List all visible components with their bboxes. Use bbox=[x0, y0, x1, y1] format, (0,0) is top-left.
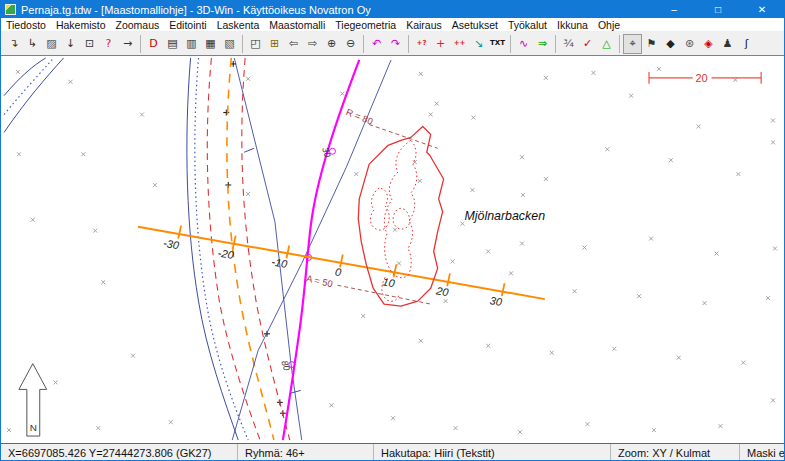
place-label[interactable]: Mjölnarbacken bbox=[464, 209, 545, 223]
maximize-button[interactable]: □ bbox=[696, 1, 740, 18]
perpendicular-tick-upper bbox=[244, 148, 254, 152]
app-window: Pernaja.tg.tdw - [Maastomalliohje] - 3D-… bbox=[0, 0, 785, 461]
hill-contour-dotted-left[interactable] bbox=[370, 188, 389, 230]
person-point-button[interactable]: ♟ bbox=[718, 34, 737, 54]
menu-maastomalli[interactable]: Maastomalli bbox=[264, 19, 330, 31]
status-coordinates: X=6697085.426 Y=27444273.806 (GK27) bbox=[1, 444, 238, 461]
copy-file-icon: ⊡ bbox=[85, 38, 94, 49]
read-file-button[interactable]: ↴ bbox=[4, 34, 23, 54]
zoom-previous-button[interactable]: ⇦ bbox=[284, 34, 303, 54]
scale-bar: 20 bbox=[649, 71, 761, 84]
undo-icon: ↶ bbox=[372, 38, 381, 49]
menu-kairaus[interactable]: Kairaus bbox=[401, 19, 447, 31]
station-tick-10 bbox=[394, 264, 397, 277]
write-file-icon: ↓ bbox=[66, 38, 75, 49]
clothoid-annotation[interactable]: A = 50 bbox=[305, 272, 334, 289]
map-canvas[interactable]: 3080 -30-20-100102030 R = 80 A = 50 Mjöl… bbox=[1, 55, 785, 444]
exit-tool-icon: ⇒ bbox=[538, 38, 547, 49]
window-title: Pernaja.tg.tdw - [Maastomalliohje] - 3D-… bbox=[21, 4, 652, 16]
flag-shield-button[interactable]: ◈ bbox=[699, 34, 718, 54]
menu-bar: TiedostoHakemistoZoomausEditointiLaskent… bbox=[1, 18, 784, 32]
snap-point-icon: ↘ bbox=[474, 38, 483, 49]
menu-ohje[interactable]: Ohje bbox=[593, 19, 625, 31]
chainage-label-30[interactable]: 30 bbox=[320, 146, 333, 159]
station-label--20[interactable]: -20 bbox=[217, 247, 235, 262]
print-icon: ▤ bbox=[167, 38, 177, 49]
circle-2x-icon: ⊛ bbox=[685, 38, 694, 49]
profile-chart-button[interactable]: ∿ bbox=[514, 34, 533, 54]
menu-tiedosto[interactable]: Tiedosto bbox=[1, 19, 51, 31]
cable-tool-button[interactable]: ʃ bbox=[737, 34, 756, 54]
active-format-icon: D bbox=[149, 38, 157, 49]
point-query-button[interactable]: +? bbox=[412, 34, 431, 54]
close-button[interactable]: ✕ bbox=[740, 1, 784, 18]
zoom-window-icon: ⊞ bbox=[270, 38, 279, 49]
active-format-button[interactable]: D bbox=[144, 34, 163, 54]
menu-asetukset[interactable]: Asetukset bbox=[447, 19, 503, 31]
station-label-10[interactable]: 10 bbox=[382, 275, 396, 289]
zoom-in-button[interactable]: ⊕ bbox=[322, 34, 341, 54]
file-info-button[interactable]: ? bbox=[99, 34, 118, 54]
zoom-out-button[interactable]: ⊖ bbox=[341, 34, 360, 54]
undo-button[interactable]: ↶ bbox=[367, 34, 386, 54]
copy-file-button[interactable]: ⊡ bbox=[80, 34, 99, 54]
redo-button[interactable]: ↷ bbox=[386, 34, 405, 54]
zoom-all-icon: ◰ bbox=[250, 38, 260, 49]
zoom-next-button[interactable]: ⇨ bbox=[303, 34, 322, 54]
exit-tool-button[interactable]: ⇒ bbox=[533, 34, 552, 54]
menu-työkalut[interactable]: Työkalut bbox=[503, 19, 552, 31]
check-coords-button[interactable]: ✓ bbox=[578, 34, 597, 54]
menu-tiegeometria[interactable]: Tiegeometria bbox=[330, 19, 401, 31]
add-point-icon: + bbox=[436, 38, 445, 49]
close-file-button[interactable]: → bbox=[118, 34, 137, 54]
station-label--10[interactable]: -10 bbox=[271, 256, 289, 271]
add-point-button[interactable]: + bbox=[431, 34, 450, 54]
save-button[interactable]: ▦ bbox=[201, 34, 220, 54]
toolbar-separator bbox=[239, 35, 246, 53]
survey-tools-button[interactable]: ⌖ bbox=[623, 34, 642, 54]
add-file-button[interactable]: ↳ bbox=[23, 34, 42, 54]
menu-zoomaus[interactable]: Zoomaus bbox=[111, 19, 165, 31]
point-query-icon: +? bbox=[417, 40, 427, 47]
status-mask: Maski ei kä bbox=[740, 444, 784, 461]
hill-contour-dotted-outer[interactable] bbox=[384, 140, 416, 277]
triangle-model-button[interactable]: △ bbox=[597, 34, 616, 54]
browse-files-button[interactable]: ▨ bbox=[42, 34, 61, 54]
print-preview-icon: ▥ bbox=[186, 38, 196, 49]
write-file-button[interactable]: ↓ bbox=[61, 34, 80, 54]
menu-ikkuna[interactable]: Ikkuna bbox=[552, 19, 593, 31]
survey-point-markers bbox=[7, 67, 777, 434]
rock-symbol-button[interactable]: ◆ bbox=[661, 34, 680, 54]
snap-point-button[interactable]: ↘ bbox=[469, 34, 488, 54]
menu-laskenta[interactable]: Laskenta bbox=[212, 19, 265, 31]
status-bar: X=6697085.426 Y=27444273.806 (GK27) Ryhm… bbox=[1, 444, 784, 461]
station-label-20[interactable]: 20 bbox=[434, 284, 449, 298]
read-file-icon: ↴ bbox=[9, 38, 18, 49]
add-file-icon: ↳ bbox=[28, 38, 37, 49]
contour-line-blue-topleft-dotted[interactable] bbox=[4, 58, 54, 115]
circle-2x-button[interactable]: ⊛ bbox=[680, 34, 699, 54]
browse-files-icon: ▨ bbox=[46, 38, 56, 49]
zoom-all-button[interactable]: ◰ bbox=[246, 34, 265, 54]
kta-calc-icon: ¾ bbox=[563, 38, 574, 49]
contour-line-blue-topleft-2[interactable] bbox=[4, 58, 64, 132]
menu-editointi[interactable]: Editointi bbox=[164, 19, 211, 31]
kta-calc-button[interactable]: ¾ bbox=[559, 34, 578, 54]
hill-contour-dotted-center[interactable] bbox=[393, 208, 410, 229]
minimize-button[interactable]: – bbox=[652, 1, 696, 18]
print-preview-button[interactable]: ▥ bbox=[182, 34, 201, 54]
toolbar-separator bbox=[360, 35, 367, 53]
station-tick-30 bbox=[502, 283, 505, 296]
add-points-button[interactable]: ++ bbox=[450, 34, 469, 54]
chainage-label-80[interactable]: 80 bbox=[279, 359, 292, 372]
station-label-0[interactable]: 0 bbox=[334, 265, 342, 278]
station-label--30[interactable]: -30 bbox=[162, 237, 180, 252]
station-label-30[interactable]: 30 bbox=[489, 294, 503, 308]
text-tool-button[interactable]: TXT bbox=[488, 34, 507, 54]
hatch-fill-button[interactable]: ▧ bbox=[220, 34, 239, 54]
zoom-window-button[interactable]: ⊞ bbox=[265, 34, 284, 54]
station-flag-button[interactable]: ⚑ bbox=[642, 34, 661, 54]
menu-hakemisto[interactable]: Hakemisto bbox=[51, 19, 111, 31]
profile-chart-icon: ∿ bbox=[519, 38, 528, 49]
print-button[interactable]: ▤ bbox=[163, 34, 182, 54]
